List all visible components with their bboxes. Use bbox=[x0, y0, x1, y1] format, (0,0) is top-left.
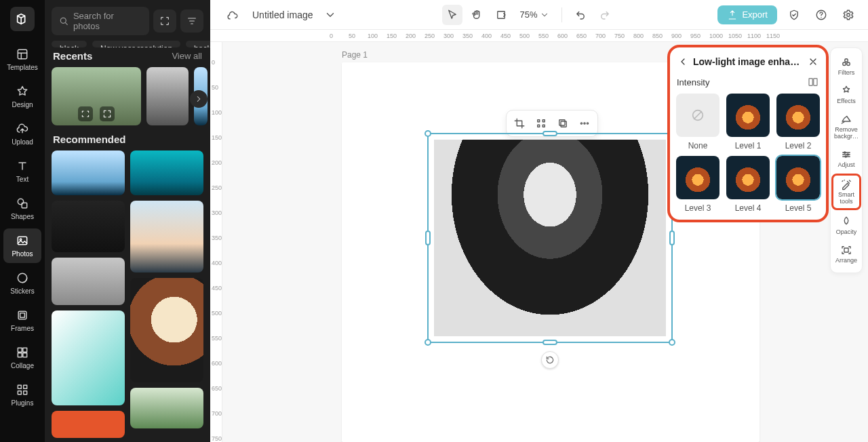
svg-point-24 bbox=[587, 123, 588, 124]
search-input[interactable]: Search for photos bbox=[52, 7, 149, 35]
resize-edge[interactable] bbox=[542, 131, 557, 136]
rail-templates[interactable]: Templates bbox=[3, 42, 41, 77]
rail-photos[interactable]: Photos bbox=[3, 228, 41, 263]
svg-rect-9 bbox=[23, 348, 27, 352]
rail-frames[interactable]: Frames bbox=[3, 303, 41, 338]
resize-handle[interactable] bbox=[425, 339, 431, 346]
rail-text[interactable]: Text bbox=[3, 154, 41, 188]
rail-design[interactable]: Design bbox=[3, 79, 41, 114]
resize-edge[interactable] bbox=[542, 340, 557, 345]
popup-back-button[interactable] bbox=[677, 56, 689, 68]
zoom-display[interactable]: 75% bbox=[515, 9, 553, 20]
svg-rect-14 bbox=[18, 391, 21, 395]
photo-thumb[interactable] bbox=[130, 388, 203, 428]
rail-upload[interactable]: Upload bbox=[3, 117, 41, 151]
recents-next-button[interactable] bbox=[190, 90, 208, 108]
hand-tool[interactable] bbox=[467, 5, 487, 25]
app-logo[interactable] bbox=[10, 7, 35, 31]
right-rail-smart-tools[interactable]: Smart tools bbox=[831, 174, 861, 210]
settings-icon[interactable] bbox=[838, 5, 859, 25]
photo-thumb[interactable] bbox=[52, 310, 125, 405]
resize-handle[interactable] bbox=[669, 339, 675, 346]
export-icon bbox=[727, 9, 738, 20]
rotate-icon bbox=[545, 355, 555, 365]
intensity-level[interactable]: None bbox=[675, 94, 720, 150]
right-rail-label: Remove backgr… bbox=[831, 127, 861, 140]
more-button[interactable] bbox=[574, 113, 595, 134]
right-rail-label: Opacity bbox=[836, 229, 857, 236]
right-rail-filters[interactable]: Filters bbox=[831, 52, 861, 81]
tag-chip[interactable]: black bbox=[52, 41, 87, 47]
photo-thumb[interactable] bbox=[52, 258, 125, 305]
photos-panel: Search for photos black New year resolut… bbox=[45, 0, 210, 442]
ruler-tick: 100 bbox=[212, 113, 222, 119]
tag-chip[interactable]: back bbox=[186, 41, 210, 47]
doc-title[interactable]: Untitled image bbox=[252, 9, 313, 20]
shield-icon[interactable] bbox=[784, 5, 804, 25]
svg-rect-15 bbox=[24, 391, 27, 395]
rail-plugins[interactable]: Plugins bbox=[3, 378, 41, 412]
ruler-tick: 50 bbox=[349, 33, 355, 39]
rail-shapes[interactable]: Shapes bbox=[3, 191, 41, 226]
rail-label: Templates bbox=[7, 64, 38, 71]
ruler-tick: 850 bbox=[652, 33, 663, 39]
rail-collage[interactable]: Collage bbox=[3, 340, 41, 375]
photo-thumb[interactable] bbox=[52, 201, 125, 252]
right-rail-label: Smart tools bbox=[833, 192, 859, 205]
compare-icon[interactable] bbox=[807, 76, 819, 88]
ruler-tick: 250 bbox=[425, 33, 435, 39]
photo-thumb[interactable] bbox=[52, 150, 125, 195]
rail-label: Collage bbox=[11, 362, 34, 369]
svg-point-23 bbox=[584, 123, 585, 124]
right-rail-adjust[interactable]: Adjust bbox=[831, 144, 861, 173]
svg-point-16 bbox=[60, 18, 66, 23]
doc-title-dropdown[interactable] bbox=[320, 5, 340, 25]
photo-thumb[interactable] bbox=[130, 201, 203, 273]
filter-button[interactable] bbox=[180, 9, 203, 33]
expand-icon[interactable] bbox=[100, 106, 115, 121]
photo-thumb[interactable] bbox=[52, 411, 125, 438]
ruler-tick: 700 bbox=[595, 33, 606, 39]
selected-image[interactable] bbox=[427, 133, 673, 343]
intensity-level[interactable]: Level 2 bbox=[776, 94, 821, 150]
intensity-level[interactable]: Level 3 bbox=[675, 156, 720, 213]
rail-stickers[interactable]: Stickers bbox=[3, 266, 41, 300]
visual-search-button[interactable] bbox=[153, 9, 176, 33]
resize-dropdown[interactable] bbox=[491, 5, 511, 25]
intensity-level[interactable]: Level 4 bbox=[726, 156, 770, 213]
intensity-swatch bbox=[776, 94, 820, 137]
help-icon[interactable] bbox=[811, 5, 831, 25]
chevron-left-icon bbox=[677, 56, 688, 67]
popup-close-button[interactable] bbox=[807, 56, 819, 68]
intensity-level[interactable]: Level 5 bbox=[776, 156, 821, 213]
topbar: Untitled image 75% Export bbox=[210, 0, 868, 30]
intensity-level[interactable]: Level 1 bbox=[726, 94, 770, 150]
right-rail-effects[interactable]: Effects bbox=[831, 81, 861, 109]
ruler-tick: 1050 bbox=[728, 33, 742, 39]
zoom-value: 75% bbox=[519, 9, 537, 20]
resize-handle[interactable] bbox=[425, 130, 431, 137]
ruler-vertical: 0501001502002503003504004505005506006507… bbox=[210, 42, 222, 442]
right-rail-remove-backgr-[interactable]: Remove backgr… bbox=[831, 109, 861, 144]
remove-bg-icon[interactable] bbox=[78, 106, 93, 121]
photo-thumb[interactable] bbox=[130, 150, 203, 195]
rotate-handle[interactable] bbox=[541, 351, 559, 369]
resize-edge[interactable] bbox=[425, 230, 431, 245]
select-tool[interactable] bbox=[442, 5, 462, 25]
export-button[interactable]: Export bbox=[717, 5, 777, 24]
right-rail-arrange[interactable]: Arrange bbox=[831, 240, 861, 268]
intensity-caption: Level 5 bbox=[785, 203, 812, 213]
cloud-sync-icon[interactable] bbox=[222, 5, 243, 25]
photo-thumb[interactable] bbox=[130, 278, 203, 382]
svg-rect-25 bbox=[809, 79, 812, 86]
right-rail-opacity[interactable]: Opacity bbox=[831, 212, 861, 240]
recent-thumb[interactable] bbox=[52, 67, 141, 125]
resize-edge[interactable] bbox=[669, 230, 675, 245]
redo-button[interactable] bbox=[595, 5, 615, 25]
crop-button[interactable] bbox=[509, 113, 530, 134]
view-all-link[interactable]: View all bbox=[172, 51, 202, 61]
tag-chip[interactable]: New year resolution bbox=[92, 41, 180, 47]
ruler-tick: 300 bbox=[212, 213, 222, 220]
undo-button[interactable] bbox=[570, 5, 591, 25]
recent-thumb[interactable] bbox=[146, 67, 189, 125]
